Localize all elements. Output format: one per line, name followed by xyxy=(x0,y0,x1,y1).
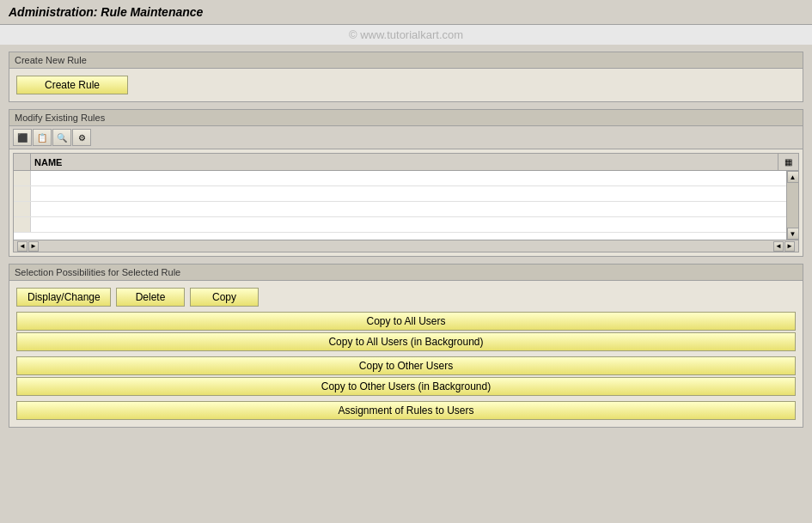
create-rule-button[interactable]: Create Rule xyxy=(16,76,128,94)
scroll-up-icon: ▲ xyxy=(790,173,797,181)
table-row xyxy=(14,202,798,217)
scroll-track[interactable] xyxy=(787,183,798,228)
scroll-right-icon-left: ► xyxy=(30,242,37,250)
modify-existing-rules-header: Modify Existing Rules xyxy=(9,110,803,126)
column-options-icon[interactable]: ▦ xyxy=(778,154,798,170)
row-num xyxy=(14,171,31,185)
watermark: © www.tutorialkart.com xyxy=(0,25,812,45)
delete-button[interactable]: Delete xyxy=(116,288,185,307)
assignment-of-rules-button[interactable]: Assignment of Rules to Users xyxy=(16,401,796,420)
h-scroll-right: ◄ ► xyxy=(773,241,798,252)
selection-possibilities-body: Display/Change Delete Copy Copy to All U… xyxy=(9,281,803,427)
table-row xyxy=(14,217,798,233)
settings-icon: ⚙ xyxy=(78,133,86,143)
scroll-right-button-left[interactable]: ► xyxy=(28,241,39,252)
grid-footer: ◄ ► ◄ ► xyxy=(14,240,798,252)
row-num xyxy=(14,217,31,232)
selection-possibilities-section: Selection Possibilities for Selected Rul… xyxy=(9,264,803,428)
scroll-left-icon: ◄ xyxy=(19,242,26,250)
scroll-right-button[interactable]: ► xyxy=(785,241,795,252)
title-bar: Administration: Rule Maintenance xyxy=(0,0,812,25)
selection-possibilities-header: Selection Possibilities for Selected Rul… xyxy=(9,265,803,281)
scroll-left-button[interactable]: ◄ xyxy=(17,241,27,252)
select-all-button[interactable]: ⬛ xyxy=(13,129,32,146)
copy-all-users-group: Copy to All Users Copy to All Users (in … xyxy=(16,312,796,351)
page-title: Administration: Rule Maintenance xyxy=(9,5,203,19)
copy-to-all-users-button[interactable]: Copy to All Users xyxy=(16,312,796,331)
name-column-header: NAME xyxy=(31,155,778,169)
row-selector-header xyxy=(14,154,31,170)
create-new-rule-section: Create New Rule Create Rule xyxy=(9,52,803,102)
table-row xyxy=(14,171,798,186)
main-content: Create New Rule Create Rule Modify Exist… xyxy=(0,45,812,435)
row-cell[interactable] xyxy=(31,192,798,196)
scroll-left-icon-right: ◄ xyxy=(775,242,782,250)
scroll-right-icon: ► xyxy=(786,242,793,250)
settings-button[interactable]: ⚙ xyxy=(72,129,91,146)
copy-button[interactable]: 📋 xyxy=(33,129,52,146)
row-num xyxy=(14,186,31,201)
copy-other-users-group: Copy to Other Users Copy to Other Users … xyxy=(16,356,796,396)
toolbar: ⬛ 📋 🔍 ⚙ xyxy=(9,126,803,149)
copy-button[interactable]: Copy xyxy=(190,288,259,307)
primary-button-row: Display/Change Delete Copy xyxy=(16,288,796,307)
scroll-left-button-right[interactable]: ◄ xyxy=(773,241,784,252)
h-scroll-left: ◄ ► xyxy=(14,241,773,252)
table-row xyxy=(14,186,798,202)
row-cell[interactable] xyxy=(31,223,798,227)
scroll-up-button[interactable]: ▲ xyxy=(787,171,799,183)
grid-header: NAME ▦ xyxy=(14,154,798,171)
row-cell[interactable] xyxy=(31,208,798,211)
find-icon: 🔍 xyxy=(57,133,67,143)
scroll-down-button[interactable]: ▼ xyxy=(787,228,799,240)
copy-to-other-users-button[interactable]: Copy to Other Users xyxy=(16,356,796,375)
create-new-rule-header: Create New Rule xyxy=(9,52,803,69)
select-all-icon: ⬛ xyxy=(17,133,27,143)
display-change-button[interactable]: Display/Change xyxy=(16,288,111,307)
vertical-scrollbar[interactable]: ▲ ▼ xyxy=(786,171,798,240)
assignment-group: Assignment of Rules to Users xyxy=(16,401,796,420)
copy-to-all-users-bg-button[interactable]: Copy to All Users (in Background) xyxy=(16,332,796,351)
create-new-rule-body: Create Rule xyxy=(9,69,803,101)
row-cell[interactable] xyxy=(31,177,798,180)
rules-grid: NAME ▦ xyxy=(13,153,799,252)
copy-to-other-users-bg-button[interactable]: Copy to Other Users (in Background) xyxy=(16,377,796,396)
scroll-down-icon: ▼ xyxy=(790,230,797,238)
find-button[interactable]: 🔍 xyxy=(52,129,71,146)
row-num xyxy=(14,202,31,216)
modify-existing-rules-section: Modify Existing Rules ⬛ 📋 🔍 ⚙ NAME ▦ xyxy=(9,109,803,257)
grid-rows-area: ▲ ▼ xyxy=(14,171,798,240)
copy-icon: 📋 xyxy=(37,133,47,143)
